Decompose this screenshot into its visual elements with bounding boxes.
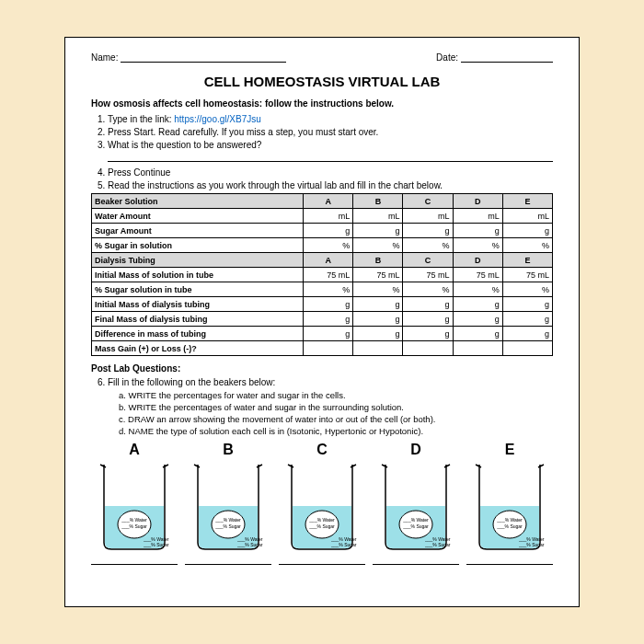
beaker-D: D___% Water___% Sugar___% Water___% Suga… (373, 442, 459, 565)
svg-text:___% Sugar: ___% Sugar (518, 542, 545, 547)
svg-text:___% Sugar: ___% Sugar (424, 542, 451, 547)
svg-text:___% Water: ___% Water (214, 517, 241, 523)
step-2: Press Start. Read carefully. If you miss… (108, 127, 553, 137)
beaker-row: A___% Water___% Sugar___% Water___% Suga… (91, 442, 553, 565)
intro-text: How osmosis affects cell homeostasis: fo… (91, 98, 553, 109)
svg-text:___% Sugar: ___% Sugar (214, 523, 241, 529)
step-1: Type in the link: https://goo.gl/XB7Jsu (108, 114, 553, 124)
data-table: Beaker SolutionABCDEWater AmountmLmLmLmL… (91, 193, 553, 356)
svg-text:___% Sugar: ___% Sugar (236, 542, 263, 547)
date-field[interactable]: Date: (436, 52, 553, 63)
beaker-B: B___% Water___% Sugar___% Water___% Suga… (185, 442, 271, 565)
beaker-A: A___% Water___% Sugar___% Water___% Suga… (91, 442, 178, 565)
q6-text: Fill in the following on the beakers bel… (108, 377, 553, 387)
date-label: Date: (436, 52, 458, 63)
answer-line[interactable] (108, 153, 553, 162)
svg-text:___% Water: ___% Water (402, 517, 429, 523)
svg-text:___% Sugar: ___% Sugar (121, 523, 147, 529)
post-lab-heading: Post Lab Questions: (91, 363, 553, 374)
instruction-list: Type in the link: https://goo.gl/XB7Jsu … (108, 114, 553, 150)
step-3: What is the question to be answered? (108, 140, 553, 150)
page-title: CELL HOMEOSTASIS VIRTUAL LAB (91, 74, 553, 89)
beaker-E: E___% Water___% Sugar___% Water___% Suga… (466, 442, 553, 565)
lab-link[interactable]: https://goo.gl/XB7Jsu (174, 114, 261, 124)
svg-text:___% Water: ___% Water (121, 517, 147, 523)
beaker-C: C___% Water___% Sugar___% Water___% Suga… (279, 442, 365, 565)
question-6: Fill in the following on the beakers bel… (108, 377, 553, 387)
worksheet-page: Name: Date: CELL HOMEOSTASIS VIRTUAL LAB… (64, 37, 580, 607)
svg-text:___% Sugar: ___% Sugar (496, 523, 523, 529)
svg-text:___% Sugar: ___% Sugar (330, 542, 357, 547)
svg-text:___% Sugar: ___% Sugar (402, 523, 429, 529)
step-5: Read the instructions as you work throug… (108, 180, 553, 190)
name-label: Name: (91, 52, 118, 63)
svg-text:___% Water: ___% Water (496, 517, 523, 523)
q6-subitems: a. WRITE the percentages for water and s… (119, 390, 553, 436)
header-row: Name: Date: (91, 52, 553, 63)
svg-text:___% Sugar: ___% Sugar (143, 542, 169, 547)
svg-text:___% Sugar: ___% Sugar (308, 523, 335, 529)
name-field[interactable]: Name: (91, 52, 286, 63)
svg-text:___% Water: ___% Water (308, 517, 335, 523)
instruction-list-2: Press Continue Read the instructions as … (108, 167, 553, 190)
step-4: Press Continue (108, 167, 553, 178)
